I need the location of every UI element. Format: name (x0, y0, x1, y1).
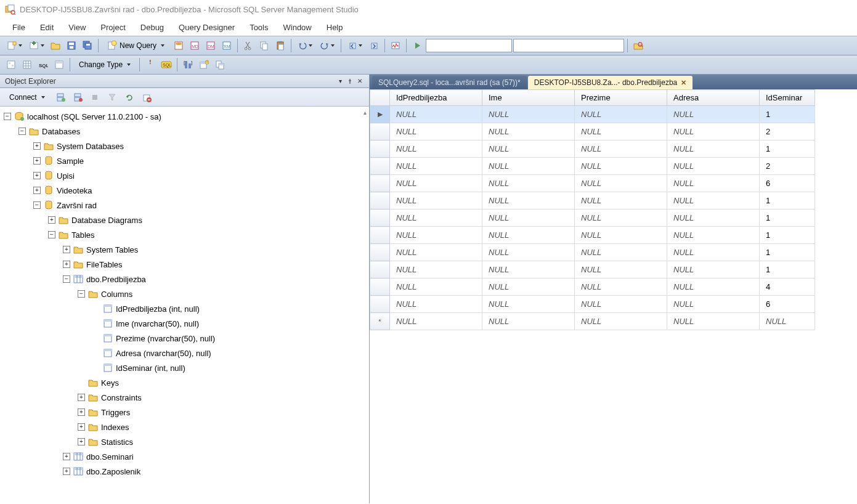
cell[interactable]: NULL (390, 209, 482, 227)
save-button[interactable] (64, 38, 79, 53)
cell[interactable]: NULL (390, 296, 482, 313)
row-header[interactable]: * (370, 313, 390, 330)
cell[interactable]: NULL (390, 106, 482, 123)
cell[interactable]: NULL (667, 192, 760, 209)
expander-icon[interactable]: + (33, 142, 41, 150)
table-row[interactable]: NULLNULLNULLNULL1 (370, 227, 815, 244)
row-header[interactable] (370, 123, 390, 140)
menu-view[interactable]: View (62, 20, 92, 35)
table-row[interactable]: NULLNULLNULLNULL6 (370, 296, 815, 313)
show-sql-pane-button[interactable]: SQL (36, 57, 51, 72)
table-row[interactable]: NULLNULLNULLNULL1 (370, 261, 815, 278)
tree-keys[interactable]: Keys (0, 375, 369, 390)
menu-file[interactable]: File (6, 20, 31, 35)
expander-icon[interactable]: − (63, 275, 70, 283)
cell[interactable]: NULL (482, 227, 575, 244)
cell[interactable]: NULL (667, 175, 760, 192)
table-row[interactable]: NULLNULLNULLNULL1 (370, 192, 815, 209)
change-type-button[interactable]: Change Type (73, 57, 136, 72)
verify-sql-button[interactable]: SQL (159, 57, 174, 72)
panel-pin-icon[interactable] (346, 77, 354, 86)
table-row[interactable]: NULLNULLNULLNULL6 (370, 175, 815, 192)
cell[interactable]: NULL (667, 123, 760, 140)
cell[interactable]: NULL (667, 278, 760, 296)
menu-query-designer[interactable]: Query Designer (173, 20, 241, 35)
new-project-button[interactable] (4, 38, 25, 53)
row-header[interactable]: ▶ (370, 106, 390, 123)
add-table-button[interactable]: + (197, 57, 211, 72)
expander-icon[interactable]: + (63, 453, 70, 460)
expander-icon[interactable]: + (63, 468, 70, 475)
execute-sql-button[interactable]: ! (143, 57, 158, 72)
undo-button[interactable] (294, 38, 315, 53)
cell[interactable]: NULL (667, 106, 760, 123)
cell[interactable]: 1 (760, 192, 815, 209)
cell[interactable]: NULL (482, 158, 575, 175)
navigate-back-button[interactable] (344, 38, 365, 53)
cell[interactable]: 2 (760, 123, 815, 140)
cell[interactable]: NULL (482, 123, 575, 140)
cell[interactable]: NULL (667, 140, 760, 158)
show-diagram-pane-button[interactable] (4, 57, 18, 72)
row-header[interactable] (370, 175, 390, 192)
row-header[interactable] (370, 227, 390, 244)
cell[interactable]: NULL (575, 313, 667, 330)
menu-edit[interactable]: Edit (34, 20, 60, 35)
column-header-ime[interactable]: Ime (482, 90, 575, 106)
tree-statistics[interactable]: + Statistics (0, 434, 369, 449)
cell[interactable]: NULL (760, 313, 815, 330)
expander-icon[interactable]: + (48, 216, 55, 224)
tree-table-seminari[interactable]: + dbo.Seminari (0, 449, 369, 464)
object-explorer-tree[interactable]: − localhost (SQL Server 11.0.2100 - sa) … (0, 107, 369, 503)
tree-triggers[interactable]: + Triggers (0, 405, 369, 420)
cell[interactable]: NULL (482, 209, 575, 227)
expander-icon[interactable]: + (78, 438, 85, 445)
cell[interactable]: NULL (575, 261, 667, 278)
tree-column-ime[interactable]: Ime (nvarchar(50), null) (0, 316, 369, 331)
cell[interactable]: NULL (390, 175, 482, 192)
cell[interactable]: 1 (760, 140, 815, 158)
column-header-prezime[interactable]: Prezime (575, 90, 667, 106)
debug-config-combo[interactable] (513, 39, 624, 52)
cell[interactable]: 2 (760, 158, 815, 175)
tree-db-videoteka[interactable]: + Videoteka (0, 183, 369, 198)
data-grid[interactable]: IdPredbiljezba Ime Prezime Adresa IdSemi… (370, 89, 857, 503)
cell[interactable]: NULL (390, 227, 482, 244)
cell[interactable]: 4 (760, 278, 815, 296)
refresh-icon[interactable] (122, 90, 137, 105)
cell[interactable]: NULL (667, 313, 760, 330)
cell[interactable]: NULL (482, 296, 575, 313)
panel-close-icon[interactable]: ✕ (355, 77, 364, 86)
cell[interactable]: NULL (390, 278, 482, 296)
cell[interactable]: NULL (575, 106, 667, 123)
cell[interactable]: NULL (667, 209, 760, 227)
tree-db-zavrsni[interactable]: − Završni rad (0, 198, 369, 213)
row-header[interactable] (370, 158, 390, 175)
cell[interactable]: NULL (667, 296, 760, 313)
column-header-idseminar[interactable]: IdSeminar (760, 90, 815, 106)
table-row[interactable]: NULLNULLNULLNULL2 (370, 123, 815, 140)
add-derived-table-button[interactable] (213, 57, 227, 72)
redo-button[interactable] (317, 38, 338, 53)
expander-icon[interactable]: − (18, 128, 26, 135)
tree-column-prezime[interactable]: Prezime (nvarchar(50), null) (0, 331, 369, 346)
tree-file-tables[interactable]: + FileTables (0, 257, 369, 272)
add-group-by-button[interactable]: [] (181, 57, 195, 72)
cell[interactable]: NULL (482, 261, 575, 278)
cell[interactable]: NULL (667, 244, 760, 261)
table-row[interactable]: NULLNULLNULLNULL4 (370, 278, 815, 296)
table-row[interactable]: NULLNULLNULLNULL1 (370, 140, 815, 158)
cell[interactable]: 1 (760, 209, 815, 227)
dmx-query-icon[interactable]: DM (203, 38, 218, 53)
row-header[interactable] (370, 296, 390, 313)
tree-column-adresa[interactable]: Adresa (nvarchar(50), null) (0, 346, 369, 360)
cell[interactable]: NULL (575, 192, 667, 209)
column-header-adresa[interactable]: Adresa (667, 90, 760, 106)
find-button[interactable] (631, 38, 646, 53)
tree-table-predbiljezba[interactable]: − dbo.Predbiljezba (0, 272, 369, 287)
expander-icon[interactable]: + (33, 157, 41, 165)
cell[interactable]: NULL (575, 158, 667, 175)
cell[interactable]: NULL (667, 158, 760, 175)
stop-icon[interactable] (87, 90, 102, 105)
table-row[interactable]: NULLNULLNULLNULL1 (370, 209, 815, 227)
